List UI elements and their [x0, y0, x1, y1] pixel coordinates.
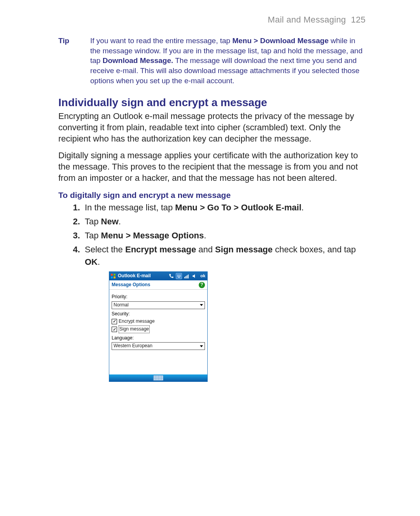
device-title: Outlook E-mail: [118, 273, 151, 279]
device-screen-header: Message Options ?: [109, 280, 207, 290]
chevron-down-icon: [200, 345, 203, 347]
step-text: check boxes, and tap: [273, 245, 356, 254]
step-bold: Menu > Go To > Outlook E-mail: [175, 203, 301, 212]
encrypt-checkbox[interactable]: [112, 319, 117, 324]
step-text: and: [196, 245, 215, 254]
svg-rect-2: [111, 276, 113, 278]
signal-icon: [184, 273, 190, 279]
svg-rect-4: [184, 277, 185, 278]
step-text: .: [301, 203, 304, 212]
windows-flag-icon: [110, 273, 116, 279]
step-3: Tap Menu > Message Options.: [82, 229, 366, 242]
chevron-down-icon: [200, 304, 203, 306]
running-header-section: Mail and Messaging: [268, 15, 346, 24]
language-label: Language:: [112, 335, 205, 341]
phone-icon: [168, 273, 174, 279]
running-header: Mail and Messaging 125: [58, 15, 366, 25]
step-text: Tap: [85, 231, 101, 240]
step-bold: Sign message: [215, 245, 273, 254]
tip-block: Tip If you want to read the entire messa…: [58, 36, 366, 86]
step-text: Select the: [85, 245, 125, 254]
step-bold: New: [101, 217, 119, 226]
security-label: Security:: [112, 311, 205, 317]
encrypt-checkbox-row[interactable]: Encrypt message: [112, 318, 205, 325]
device-softkey-bar: [109, 374, 207, 381]
intro-paragraph-2: Digitally signing a message applies your…: [58, 150, 366, 184]
step-bold: Encrypt message: [125, 245, 196, 254]
step-bold: Menu > Message Options: [101, 231, 204, 240]
step-text: .: [204, 231, 206, 240]
tip-text: If you want to read the entire message, …: [90, 37, 232, 45]
svg-rect-6: [187, 275, 187, 278]
svg-rect-0: [111, 274, 113, 276]
step-1: In the message list, tap Menu > Go To > …: [82, 201, 366, 214]
step-text: Tap: [85, 217, 101, 226]
sign-checkbox[interactable]: [112, 327, 117, 332]
step-2: Tap New.: [82, 215, 366, 228]
sign-label: Sign message: [119, 325, 150, 333]
speaker-icon: [191, 273, 198, 279]
running-header-page-number: 125: [351, 15, 366, 24]
language-value: Western European: [114, 343, 152, 349]
device-titlebar: Outlook E-mail U ok: [109, 272, 207, 280]
svg-rect-3: [114, 276, 116, 278]
step-text: .: [119, 217, 121, 226]
ok-button[interactable]: ok: [199, 273, 206, 279]
step-text: .: [98, 257, 100, 267]
procedure-steps: In the message list, tap Menu > Go To > …: [58, 201, 366, 382]
intro-paragraph-1: Encrypting an Outlook e-mail message pro…: [58, 110, 366, 144]
sign-checkbox-row[interactable]: Sign message: [112, 325, 205, 333]
tip-label: Tip: [58, 36, 90, 86]
tip-bold: Menu > Download Message: [232, 37, 329, 45]
language-dropdown[interactable]: Western European: [112, 342, 205, 350]
svg-rect-1: [114, 274, 116, 276]
device-screenshot: Outlook E-mail U ok Message Options: [109, 271, 208, 382]
priority-value: Normal: [114, 302, 129, 308]
svg-rect-5: [186, 276, 186, 278]
step-bold: OK: [85, 257, 98, 267]
screen-title: Message Options: [112, 282, 150, 288]
u-badge-icon: U: [176, 273, 182, 279]
tip-bold: Download Message.: [103, 56, 173, 65]
step-4: Select the Encrypt message and Sign mess…: [82, 243, 366, 382]
priority-label: Priority:: [112, 294, 205, 300]
svg-rect-7: [188, 275, 189, 278]
manual-page: Mail and Messaging 125 Tip If you want t…: [0, 0, 420, 516]
encrypt-label: Encrypt message: [119, 318, 155, 325]
step-text: In the message list, tap: [85, 203, 175, 212]
keyboard-icon[interactable]: [153, 375, 163, 381]
device-body: Priority: Normal Security: Encrypt messa…: [109, 290, 207, 374]
help-icon[interactable]: ?: [199, 282, 205, 288]
procedure-heading: To digitally sign and encrypt a new mess…: [58, 191, 366, 200]
section-heading: Individually sign and encrypt a message: [58, 96, 366, 109]
priority-dropdown[interactable]: Normal: [112, 301, 205, 309]
tip-body: If you want to read the entire message, …: [90, 36, 366, 86]
